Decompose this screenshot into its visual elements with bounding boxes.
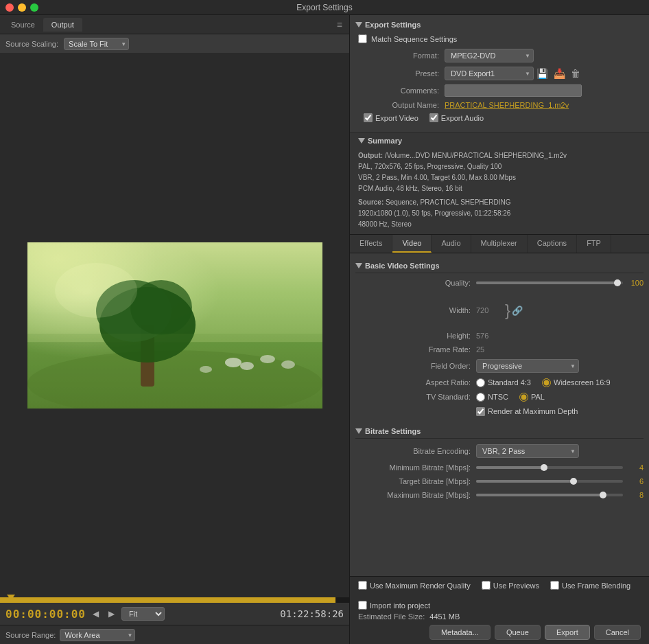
min-bitrate-row: Minimum Bitrate [Mbps]: 4	[355, 463, 644, 472]
export-checkbox-row: Export Video Export Audio	[355, 113, 644, 122]
summary-header: Summary	[358, 137, 641, 145]
quality-thumb[interactable]	[614, 279, 621, 286]
max-bitrate-slider-container: 8	[476, 491, 644, 499]
aspect-widescreen-radio[interactable]	[542, 378, 551, 387]
quality-value: 100	[627, 279, 644, 287]
bracket-open: }	[505, 292, 510, 329]
title-bar: Export Settings	[0, 0, 649, 15]
aspect-standard-radio[interactable]	[476, 378, 485, 387]
render-max-depth-item[interactable]: Render at Maximum Depth	[476, 407, 578, 416]
tab-multiplexer[interactable]: Multiplexer	[471, 235, 528, 253]
import-into-project-item[interactable]: Import into project	[358, 601, 430, 610]
link-icon[interactable]: 🔗	[512, 306, 523, 316]
width-value[interactable]: 720	[476, 306, 504, 314]
pal-item[interactable]: PAL	[519, 393, 545, 402]
prev-frame-button[interactable]: ◀	[90, 608, 102, 620]
window-controls[interactable]	[5, 3, 38, 12]
close-button[interactable]	[5, 3, 14, 12]
source-range-select[interactable]: Work Area Entire Sequence Custom	[60, 629, 135, 641]
export-settings-header: Export Settings	[355, 21, 644, 29]
export-video-checkbox[interactable]	[364, 113, 373, 122]
panel-menu-icon[interactable]: ≡	[333, 19, 346, 30]
delete-preset-button[interactable]: 🗑	[568, 67, 583, 80]
pal-radio[interactable]	[519, 393, 528, 402]
cancel-button[interactable]: Cancel	[594, 625, 641, 640]
height-value[interactable]: 576	[476, 332, 504, 340]
use-frame-blending-item[interactable]: Use Frame Blending	[550, 581, 630, 590]
render-max-depth-label: Render at Maximum Depth	[488, 407, 578, 415]
render-max-depth-checkbox[interactable]	[476, 407, 485, 416]
preset-select[interactable]: DVD Export1	[445, 67, 534, 80]
format-select[interactable]: MPEG2-DVD H.264 MPEG2 QuickTime	[445, 49, 534, 62]
export-video-item[interactable]: Export Video	[364, 113, 418, 122]
bitrate-encoding-row: Bitrate Encoding: VBR, 2 Pass VBR, 1 Pas…	[355, 444, 644, 458]
output-summary-row: Output: /Volume...DVD MENU/PRACTICAL SHE…	[358, 150, 641, 194]
output-name-value[interactable]: PRACTICAL SHEPHERDING_1.m2v	[445, 101, 569, 109]
ntsc-radio[interactable]	[476, 393, 485, 402]
minimize-button[interactable]	[18, 3, 26, 12]
basic-video-label: Basic Video Settings	[365, 262, 440, 270]
fit-select[interactable]: Fit 25% 50% 100%	[121, 607, 165, 621]
metadata-button[interactable]: Metadata...	[429, 625, 491, 640]
bitrate-encoding-label: Bitrate Encoding:	[361, 447, 471, 455]
min-bitrate-slider[interactable]	[476, 466, 623, 469]
tab-audio[interactable]: Audio	[432, 235, 471, 253]
ntsc-item[interactable]: NTSC	[476, 393, 508, 402]
export-audio-item[interactable]: Export Audio	[429, 113, 484, 122]
field-order-select[interactable]: Progressive Upper Field First Lower Fiel…	[476, 359, 579, 373]
tab-output[interactable]: Output	[43, 18, 82, 32]
max-bitrate-slider[interactable]	[476, 494, 623, 496]
timecode-start: 00:00:00:00	[5, 608, 86, 621]
max-bitrate-label: Maximum Bitrate [Mbps]:	[361, 491, 471, 499]
preview-area	[0, 54, 349, 597]
quality-label: Quality:	[361, 279, 471, 287]
aspect-widescreen-label: Widescreen 16:9	[554, 378, 611, 387]
export-button[interactable]: Export	[545, 625, 590, 640]
timecode-end: 01:22:58:26	[280, 608, 344, 619]
source-scaling-select[interactable]: Scale To Fit Scale To Fill Stretch To Fi…	[64, 38, 129, 50]
comments-label: Comments:	[364, 87, 439, 95]
render-max-depth-row: Render at Maximum Depth	[355, 407, 644, 416]
queue-button[interactable]: Queue	[495, 625, 541, 640]
basic-video-triangle[interactable]	[355, 263, 362, 268]
quality-slider[interactable]	[476, 281, 623, 284]
use-max-render-quality-item[interactable]: Use Maximum Render Quality	[358, 581, 471, 590]
use-previews-item[interactable]: Use Previews	[482, 581, 539, 590]
aspect-standard-item[interactable]: Standard 4:3	[476, 378, 531, 387]
import-into-project-checkbox[interactable]	[358, 601, 367, 610]
comments-row: Comments:	[355, 84, 644, 97]
target-bitrate-thumb[interactable]	[570, 478, 577, 485]
match-sequence-checkbox[interactable]	[358, 34, 367, 43]
export-audio-checkbox[interactable]	[429, 113, 438, 122]
scaling-bar: Source Scaling: Scale To Fit Scale To Fi…	[0, 34, 349, 54]
tab-ftp[interactable]: FTP	[577, 235, 611, 253]
format-row: Format: MPEG2-DVD H.264 MPEG2 QuickTime …	[355, 49, 644, 62]
max-bitrate-thumb[interactable]	[600, 492, 606, 498]
tab-video[interactable]: Video	[392, 235, 432, 253]
tab-captions[interactable]: Captions	[528, 235, 577, 253]
bitrate-triangle[interactable]	[355, 428, 362, 434]
use-max-render-quality-checkbox[interactable]	[358, 581, 367, 590]
target-bitrate-label: Target Bitrate [Mbps]:	[361, 477, 471, 485]
use-previews-checkbox[interactable]	[482, 581, 491, 590]
timeline-progress	[0, 597, 335, 603]
comments-input[interactable]	[445, 84, 582, 97]
width-label: Width:	[361, 306, 471, 314]
export-settings-label: Export Settings	[365, 21, 421, 29]
left-tab-bar: Source Output ≡	[0, 15, 349, 34]
aspect-widescreen-item[interactable]: Widescreen 16:9	[542, 378, 611, 387]
maximize-button[interactable]	[30, 3, 38, 12]
next-frame-button[interactable]: ▶	[106, 608, 117, 620]
summary-triangle[interactable]	[358, 138, 365, 143]
tab-effects[interactable]: Effects	[350, 235, 392, 253]
import-preset-button[interactable]: 📥	[551, 67, 568, 80]
min-bitrate-thumb[interactable]	[541, 464, 547, 471]
target-bitrate-slider[interactable]	[476, 480, 623, 483]
bitrate-encoding-select[interactable]: VBR, 2 Pass VBR, 1 Pass CBR	[476, 444, 579, 458]
use-frame-blending-checkbox[interactable]	[550, 581, 559, 590]
export-settings-triangle[interactable]	[355, 22, 362, 27]
save-preset-button[interactable]: 💾	[534, 67, 551, 80]
tab-source[interactable]: Source	[3, 18, 43, 32]
timeline-bar[interactable]	[0, 597, 349, 603]
aspect-ratio-row: Aspect Ratio: Standard 4:3 Widescreen 16…	[355, 378, 644, 387]
